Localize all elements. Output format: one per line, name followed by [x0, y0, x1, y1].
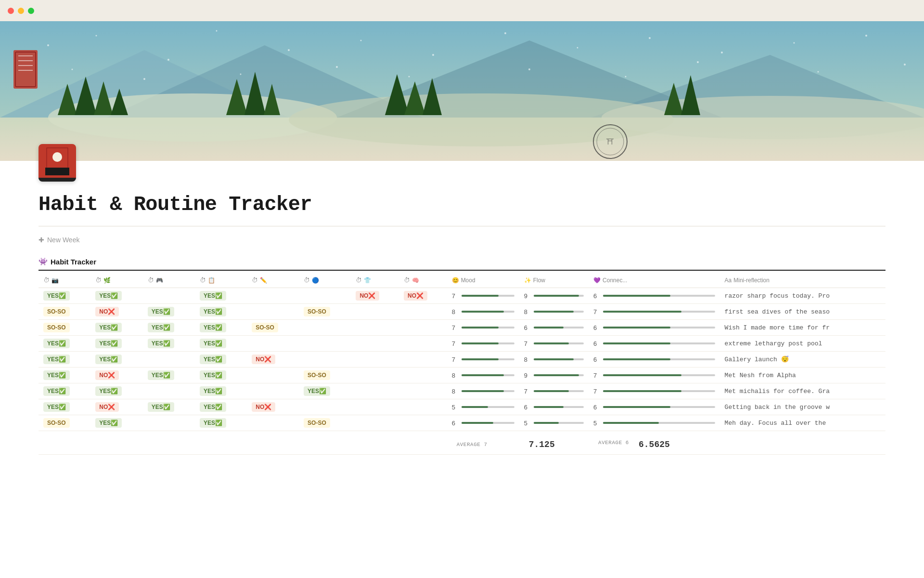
cell-habit-4-2[interactable] [143, 352, 195, 368]
cell-habit-6-5[interactable]: YES✅ [299, 383, 351, 399]
no-badge: NO❌ [95, 370, 119, 380]
cell-habit-8-2[interactable] [143, 415, 195, 431]
cell-habit-8-7[interactable] [399, 415, 447, 431]
cell-habit-6-7[interactable] [399, 383, 447, 399]
cell-habit-0-4[interactable] [247, 288, 299, 304]
cell-habit-7-1[interactable]: NO❌ [90, 399, 142, 415]
cell-habit-6-3[interactable]: YES✅ [195, 383, 247, 399]
cell-habit-4-7[interactable] [399, 352, 447, 368]
cell-habit-3-6[interactable] [351, 336, 399, 352]
cell-habit-1-3[interactable]: YES✅ [195, 304, 247, 320]
cell-habit-7-5[interactable] [299, 399, 351, 415]
cell-habit-0-7[interactable]: NO❌ [399, 288, 447, 304]
yes-badge: YES✅ [148, 402, 174, 412]
cell-habit-4-5[interactable] [299, 352, 351, 368]
maximize-button[interactable] [28, 8, 34, 14]
cell-habit-1-4[interactable] [247, 304, 299, 320]
cell-habit-6-2[interactable] [143, 383, 195, 399]
cell-habit-4-1[interactable]: YES✅ [90, 352, 142, 368]
cell-habit-4-4[interactable]: NO❌ [247, 352, 299, 368]
cell-habit-2-0[interactable]: SO-SO [38, 320, 90, 336]
table-row[interactable]: YES✅YES✅YES✅NO❌ 7 8 6 Gallery launch 😴 [38, 352, 886, 368]
cell-reflection-7[interactable]: Getting back in the groove w [720, 399, 886, 415]
cell-habit-0-3[interactable]: YES✅ [195, 288, 247, 304]
cell-habit-6-1[interactable]: YES✅ [90, 383, 142, 399]
cell-habit-2-3[interactable]: YES✅ [195, 320, 247, 336]
cell-habit-6-4[interactable] [247, 383, 299, 399]
table-row[interactable]: YES✅YES✅YES✅YES✅ 7 7 6 extreme lethargy … [38, 336, 886, 352]
cell-reflection-0[interactable]: razor sharp focus today. Pro [720, 288, 886, 304]
cell-habit-5-0[interactable]: YES✅ [38, 368, 90, 383]
cell-habit-1-5[interactable]: SO-SO [299, 304, 351, 320]
cell-habit-3-4[interactable] [247, 336, 299, 352]
cell-habit-8-3[interactable]: YES✅ [195, 415, 247, 431]
cell-habit-0-5[interactable] [299, 288, 351, 304]
cell-habit-1-6[interactable] [351, 304, 399, 320]
cell-habit-2-1[interactable]: YES✅ [90, 320, 142, 336]
table-row[interactable]: YES✅NO❌YES✅YES✅NO❌ 5 6 6 Getting back in… [38, 399, 886, 415]
cell-habit-1-1[interactable]: NO❌ [90, 304, 142, 320]
cell-habit-2-5[interactable] [299, 320, 351, 336]
cell-reflection-5[interactable]: Met Nesh from Alpha [720, 368, 886, 383]
table-row[interactable]: SO-SOYES✅YES✅SO-SO 6 5 5 Meh day. Focus … [38, 415, 886, 431]
table-row[interactable]: SO-SOYES✅YES✅YES✅SO-SO 7 6 6 Wish I made… [38, 320, 886, 336]
cell-reflection-8[interactable]: Meh day. Focus all over the [720, 415, 886, 431]
cell-habit-3-5[interactable] [299, 336, 351, 352]
cell-habit-8-5[interactable]: SO-SO [299, 415, 351, 431]
minimize-button[interactable] [18, 8, 24, 14]
cell-habit-5-1[interactable]: NO❌ [90, 368, 142, 383]
cell-habit-2-6[interactable] [351, 320, 399, 336]
table-row[interactable]: YES✅YES✅YES✅NO❌NO❌ 7 9 6 razor sharp foc… [38, 288, 886, 304]
cell-habit-8-0[interactable]: SO-SO [38, 415, 90, 431]
cell-habit-3-2[interactable]: YES✅ [143, 336, 195, 352]
cell-reflection-4[interactable]: Gallery launch 😴 [720, 352, 886, 368]
cell-habit-0-0[interactable]: YES✅ [38, 288, 90, 304]
cell-habit-0-6[interactable]: NO❌ [351, 288, 399, 304]
cell-habit-3-3[interactable]: YES✅ [195, 336, 247, 352]
cell-habit-4-6[interactable] [351, 352, 399, 368]
new-week-button[interactable]: ✚ New Week [38, 234, 886, 246]
cell-habit-0-1[interactable]: YES✅ [90, 288, 142, 304]
cell-habit-2-4[interactable]: SO-SO [247, 320, 299, 336]
cell-habit-7-7[interactable] [399, 399, 447, 415]
cell-habit-7-3[interactable]: YES✅ [195, 399, 247, 415]
cell-habit-0-2[interactable] [143, 288, 195, 304]
cell-reflection-1[interactable]: first sea dives of the seaso [720, 304, 886, 320]
cell-habit-5-4[interactable] [247, 368, 299, 383]
cell-habit-7-6[interactable] [351, 399, 399, 415]
conn-avg-value: 6.5625 [639, 440, 670, 449]
cell-habit-3-0[interactable]: YES✅ [38, 336, 90, 352]
cell-habit-5-7[interactable] [399, 368, 447, 383]
cell-habit-8-6[interactable] [351, 415, 399, 431]
cell-habit-4-3[interactable]: YES✅ [195, 352, 247, 368]
conn-fill [603, 342, 670, 344]
cell-habit-5-6[interactable] [351, 368, 399, 383]
cell-habit-2-7[interactable] [399, 320, 447, 336]
cell-reflection-6[interactable]: Met michalis for coffee. Gra [720, 383, 886, 399]
cell-habit-5-5[interactable]: SO-SO [299, 368, 351, 383]
table-row[interactable]: YES✅YES✅YES✅YES✅ 8 7 7 Met michalis for … [38, 383, 886, 399]
cell-connection-2: 6 [589, 320, 720, 336]
cell-habit-3-1[interactable]: YES✅ [90, 336, 142, 352]
cell-habit-4-0[interactable]: YES✅ [38, 352, 90, 368]
cell-habit-1-0[interactable]: SO-SO [38, 304, 90, 320]
cell-habit-5-2[interactable]: YES✅ [143, 368, 195, 383]
cell-habit-2-2[interactable]: YES✅ [143, 320, 195, 336]
cell-habit-7-4[interactable]: NO❌ [247, 399, 299, 415]
cell-habit-3-7[interactable] [399, 336, 447, 352]
mood-value: 7 [452, 340, 459, 347]
cell-habit-6-6[interactable] [351, 383, 399, 399]
cell-habit-7-2[interactable]: YES✅ [143, 399, 195, 415]
cell-habit-1-2[interactable]: YES✅ [143, 304, 195, 320]
cell-habit-6-0[interactable]: YES✅ [38, 383, 90, 399]
table-row[interactable]: YES✅NO❌YES✅YES✅SO-SO 8 9 7 Met Nesh from… [38, 368, 886, 383]
cell-habit-7-0[interactable]: YES✅ [38, 399, 90, 415]
cell-habit-5-3[interactable]: YES✅ [195, 368, 247, 383]
close-button[interactable] [8, 8, 14, 14]
cell-reflection-2[interactable]: Wish I made more time for fr [720, 320, 886, 336]
cell-habit-8-1[interactable]: YES✅ [90, 415, 142, 431]
cell-reflection-3[interactable]: extreme lethargy post pool [720, 336, 886, 352]
cell-habit-1-7[interactable] [399, 304, 447, 320]
table-row[interactable]: SO-SONO❌YES✅YES✅SO-SO 8 8 7 first sea di… [38, 304, 886, 320]
cell-habit-8-4[interactable] [247, 415, 299, 431]
